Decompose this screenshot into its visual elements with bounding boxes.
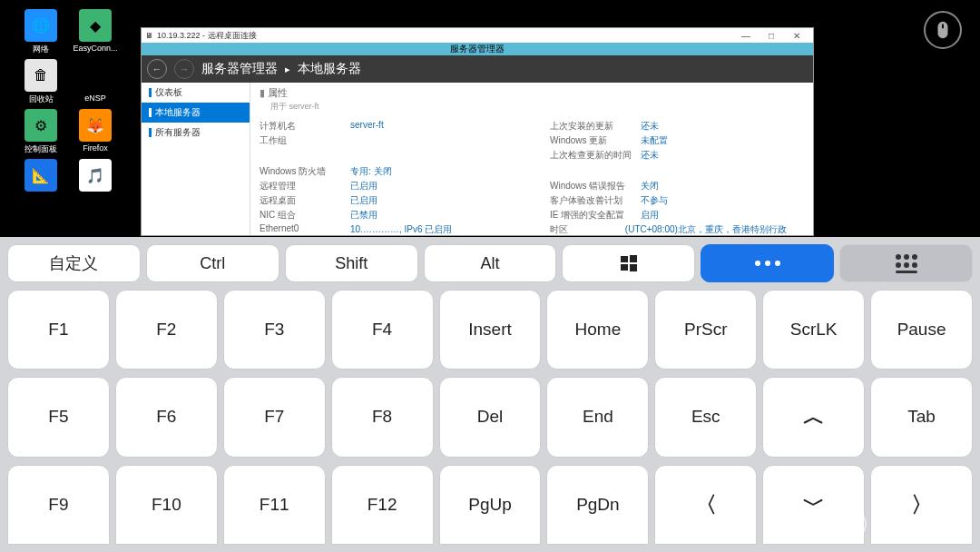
key-shift[interactable]: Shift [285,244,418,282]
svg-rect-1 [630,255,637,262]
props-left: 计算机名server-ft工作组Windows 防火墙专用: 关闭远程管理已启用… [260,120,514,236]
mouse-icon [933,20,953,40]
more-icon [755,261,780,266]
desktop-icon[interactable]: ◆EasyConn... [73,9,118,55]
rdp-titlebar[interactable]: 🖥 10.19.3.222 - 远程桌面连接 — □ ✕ [142,28,813,43]
modifier-row: 自定义 Ctrl Shift Alt [7,244,973,282]
property-row: Windows 错误报告关闭 [550,180,804,192]
key-f12[interactable]: F12 [331,465,434,545]
breadcrumb-root[interactable]: 服务器管理器 [201,61,278,77]
key-f7[interactable]: F7 [223,377,326,457]
props-right: 上次安装的更新还未Windows 更新未配置上次检查更新的时间还未Windows… [550,120,804,236]
key-arrow-left[interactable]: 〈 [654,465,757,545]
desktop-icon[interactable]: 📐 [18,159,64,193]
desktop-icon[interactable]: 🌐网络 [18,9,64,55]
key-f11[interactable]: F11 [223,465,326,545]
svg-rect-3 [630,264,637,271]
key-tab[interactable]: Tab [870,377,973,457]
desktop-icon-grid: 🌐网络◆EasyConn...🗑回收站◉eNSP⚙控制面板🦊Firefox📐🎵 [18,9,118,193]
key-f2[interactable]: F2 [115,290,218,370]
property-row: 计算机名server-ft [260,120,514,133]
property-row: 时区(UTC+08:00)北京，重庆，香港特别行政区，乌鲁木齐 [550,223,804,236]
key-scrlk[interactable]: ScrLK [762,290,865,370]
desktop-icon[interactable]: 🗑回收站 [18,59,64,105]
svg-rect-0 [621,256,628,262]
sidenav-local-server[interactable]: 本地服务器 [142,103,250,123]
key-esc[interactable]: Esc [654,377,757,457]
sidenav-all-servers[interactable]: 所有服务器 [142,123,250,143]
rdp-title-text: 10.19.3.222 - 远程桌面连接 [157,30,257,42]
key-pgdn[interactable]: PgDn [546,465,649,545]
key-f5[interactable]: F5 [7,377,110,457]
property-row: NIC 组合已禁用 [260,209,514,222]
key-f10[interactable]: F10 [115,465,218,545]
property-row: Windows 防火墙专用: 关闭 [260,165,514,178]
property-row: 工作组 [260,134,514,147]
key-pause[interactable]: Pause [870,290,973,370]
minimize-button[interactable]: — [733,31,759,41]
key-hide-keyboard[interactable] [839,244,973,282]
key-arrow-up[interactable]: ︿ [762,377,865,457]
property-row: IE 增强的安全配置启用 [550,209,804,222]
property-row: 客户体验改善计划不参与 [550,194,804,207]
server-manager-header: 服务器管理器 [142,43,813,55]
server-sidenav: 仪表板 本地服务器 所有服务器 [142,83,250,235]
maximize-button[interactable]: □ [759,31,784,41]
nav-back-icon[interactable]: ← [147,59,167,79]
windows-icon [620,254,638,272]
key-win[interactable] [562,244,695,282]
key-arrow-down[interactable]: ﹀ [762,465,865,545]
server-properties-pane: ▮ 属性 用于 server-ft 计算机名server-ft工作组Window… [250,83,813,235]
key-f9[interactable]: F9 [7,465,110,545]
desktop-icon[interactable]: 🦊Firefox [73,109,118,155]
key-custom[interactable]: 自定义 [7,244,141,282]
desktop-icon[interactable]: 🎵 [73,159,118,193]
property-row: 上次安装的更新还未 [550,120,804,133]
breadcrumb-bar: ← → 服务器管理器 ▸ 本地服务器 [142,55,813,83]
key-f6[interactable]: F6 [115,377,218,457]
property-row: 远程管理已启用 [260,180,514,192]
key-insert[interactable]: Insert [439,290,542,370]
property-row: Windows 更新未配置 [550,134,804,147]
key-f1[interactable]: F1 [7,290,110,370]
mouse-mode-button[interactable] [924,11,962,49]
property-row: 远程桌面已启用 [260,194,514,207]
key-alt[interactable]: Alt [424,244,557,282]
key-end[interactable]: End [546,377,649,457]
nav-fwd-icon[interactable]: → [174,59,194,79]
key-home[interactable]: Home [546,290,649,370]
key-f8[interactable]: F8 [331,377,434,457]
key-arrow-right[interactable]: 〉 [870,465,973,545]
close-button[interactable]: ✕ [784,31,809,41]
svg-rect-2 [621,264,628,271]
remote-desktop-area: 🌐网络◆EasyConn...🗑回收站◉eNSP⚙控制面板🦊Firefox📐🎵 … [0,0,980,237]
key-more[interactable] [701,244,834,282]
virtual-keyboard: 自定义 Ctrl Shift Alt F1F2F3F4InsertHomePrS… [0,237,980,552]
sidenav-dashboard[interactable]: 仪表板 [142,83,250,103]
key-f3[interactable]: F3 [223,290,326,370]
key-del[interactable]: Del [439,377,542,457]
breadcrumb-current: 本地服务器 [298,61,361,77]
section-subtitle: 用于 server-ft [270,102,319,111]
property-row: Ethernet010.…………, IPv6 已启用 [260,223,514,236]
desktop-icon[interactable]: ◉eNSP [73,59,118,105]
key-ctrl[interactable]: Ctrl [146,244,279,282]
desktop-icon[interactable]: ⚙控制面板 [18,109,64,155]
property-row: 上次检查更新的时间还未 [550,149,804,162]
key-pgup[interactable]: PgUp [439,465,542,545]
section-title: 属性 [268,87,288,98]
key-f4[interactable]: F4 [331,290,434,370]
rdp-window: 🖥 10.19.3.222 - 远程桌面连接 — □ ✕ 服务器管理器 ← → … [141,27,814,236]
key-prscr[interactable]: PrScr [654,290,757,370]
keyboard-icon [896,254,917,273]
